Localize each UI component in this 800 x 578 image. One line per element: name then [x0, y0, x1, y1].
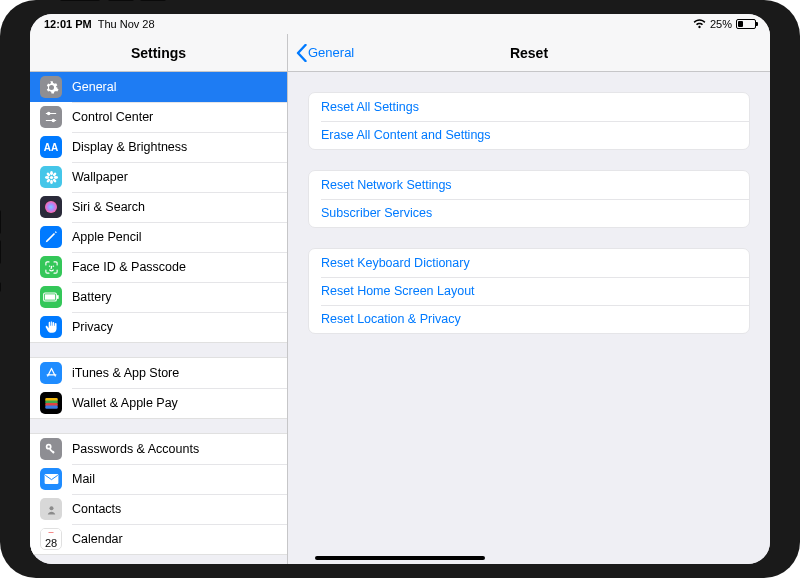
- reset-option-erase-all-content-and-settings[interactable]: Erase All Content and Settings: [309, 121, 749, 149]
- battery-percent: 25%: [710, 18, 732, 30]
- svg-point-12: [52, 178, 57, 183]
- svg-rect-22: [45, 406, 58, 409]
- sidebar-header: Settings: [30, 34, 287, 72]
- status-bar: 12:01 PM Thu Nov 28 25%: [30, 14, 770, 34]
- sidebar-item-privacy[interactable]: Privacy: [30, 312, 287, 342]
- sidebar-item-label: Siri & Search: [72, 200, 145, 214]
- status-time: 12:01 PM: [44, 18, 92, 30]
- wifi-icon: [693, 19, 706, 29]
- sidebar-item-siri[interactable]: Siri & Search: [30, 192, 287, 222]
- battery-icon: [736, 19, 756, 29]
- sidebar-item-label: Wallet & Apple Pay: [72, 396, 178, 410]
- reset-option-reset-home-screen-layout[interactable]: Reset Home Screen Layout: [309, 277, 749, 305]
- reset-option-reset-all-settings[interactable]: Reset All Settings: [309, 93, 749, 121]
- svg-point-3: [52, 119, 56, 123]
- sidebar-item-control-center[interactable]: Control Center: [30, 102, 287, 132]
- svg-point-5: [50, 171, 53, 175]
- sidebar-item-label: Display & Brightness: [72, 140, 187, 154]
- svg-point-1: [47, 112, 51, 116]
- sidebar-item-apple-pencil[interactable]: Apple Pencil: [30, 222, 287, 252]
- home-indicator: [315, 556, 485, 560]
- sidebar-item-wallet[interactable]: Wallet & Apple Pay: [30, 388, 287, 418]
- detail-title: Reset: [510, 45, 548, 61]
- svg-rect-27: [44, 474, 58, 484]
- face-icon: [40, 256, 62, 278]
- svg-rect-18: [57, 295, 59, 299]
- svg-rect-17: [45, 294, 55, 299]
- sliders-icon: [40, 106, 62, 128]
- svg-point-15: [53, 266, 54, 267]
- detail-header: General Reset: [288, 34, 770, 72]
- sidebar-item-label: General: [72, 80, 116, 94]
- sidebar-item-calendar[interactable]: —28Calendar: [30, 524, 287, 554]
- sidebar-title: Settings: [131, 45, 186, 61]
- svg-point-11: [45, 178, 50, 183]
- sidebar-item-label: Contacts: [72, 502, 121, 516]
- siri-icon: [40, 196, 62, 218]
- detail-pane: General Reset Reset All SettingsErase Al…: [288, 34, 770, 564]
- appstore-icon: [40, 362, 62, 384]
- status-date: Thu Nov 28: [98, 18, 155, 30]
- reset-option-subscriber-services[interactable]: Subscriber Services: [309, 199, 749, 227]
- sidebar-item-label: Passwords & Accounts: [72, 442, 199, 456]
- svg-point-14: [49, 266, 50, 267]
- calendar-icon: —28: [40, 528, 62, 550]
- sidebar-item-label: Wallpaper: [72, 170, 128, 184]
- svg-point-24: [48, 446, 50, 448]
- hand-icon: [40, 316, 62, 338]
- key-icon: [40, 438, 62, 460]
- sidebar-item-battery[interactable]: Battery: [30, 282, 287, 312]
- sidebar-item-display[interactable]: AADisplay & Brightness: [30, 132, 287, 162]
- flower-icon: [40, 166, 62, 188]
- sidebar-item-wallpaper[interactable]: Wallpaper: [30, 162, 287, 192]
- sidebar-item-label: Apple Pencil: [72, 230, 142, 244]
- sidebar-item-itunes[interactable]: iTunes & App Store: [30, 358, 287, 388]
- svg-point-4: [49, 175, 52, 178]
- sidebar-item-label: Mail: [72, 472, 95, 486]
- back-button[interactable]: General: [296, 44, 354, 62]
- svg-point-7: [45, 176, 49, 179]
- svg-rect-25: [49, 448, 54, 453]
- svg-point-13: [45, 201, 57, 213]
- pencil-icon: [40, 226, 62, 248]
- sidebar-item-general[interactable]: General: [30, 72, 287, 102]
- sidebar-item-label: Privacy: [72, 320, 113, 334]
- back-label: General: [308, 45, 354, 60]
- sidebar-item-mail[interactable]: Mail: [30, 464, 287, 494]
- contacts-icon: [40, 498, 62, 520]
- sidebar-item-label: Face ID & Passcode: [72, 260, 186, 274]
- svg-point-6: [50, 179, 53, 183]
- svg-point-9: [45, 171, 50, 176]
- settings-sidebar: Settings GeneralControl CenterAADisplay …: [30, 34, 288, 564]
- sidebar-item-label: Battery: [72, 290, 112, 304]
- svg-point-10: [52, 171, 57, 176]
- sidebar-item-label: Calendar: [72, 532, 123, 546]
- sidebar-item-label: iTunes & App Store: [72, 366, 179, 380]
- battery-icon: [40, 286, 62, 308]
- reset-option-reset-location-privacy[interactable]: Reset Location & Privacy: [309, 305, 749, 333]
- svg-point-29: [49, 506, 53, 510]
- svg-point-8: [53, 176, 57, 179]
- sidebar-item-passwords[interactable]: Passwords & Accounts: [30, 434, 287, 464]
- reset-option-reset-network-settings[interactable]: Reset Network Settings: [309, 171, 749, 199]
- wallet-icon: [40, 392, 62, 414]
- gear-icon: [40, 76, 62, 98]
- AA-icon: AA: [40, 136, 62, 158]
- sidebar-item-label: Control Center: [72, 110, 153, 124]
- chevron-left-icon: [296, 44, 307, 62]
- reset-option-reset-keyboard-dictionary[interactable]: Reset Keyboard Dictionary: [309, 249, 749, 277]
- mail-icon: [40, 468, 62, 490]
- sidebar-item-contacts[interactable]: Contacts: [30, 494, 287, 524]
- sidebar-item-faceid[interactable]: Face ID & Passcode: [30, 252, 287, 282]
